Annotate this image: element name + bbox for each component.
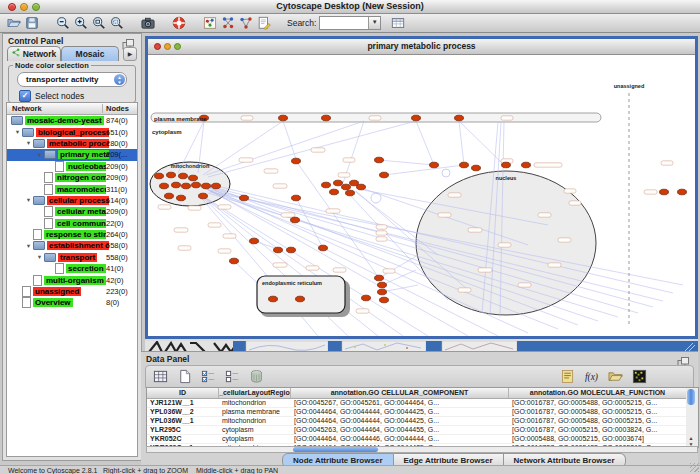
table-row[interactable]: YPL036W__2plasma membrane[GO:0044464, GO… bbox=[147, 408, 687, 417]
scrollbar-thumb[interactable] bbox=[687, 389, 695, 405]
hscrollbar-thumb[interactable] bbox=[293, 447, 378, 452]
expander-icon[interactable]: ▼ bbox=[24, 243, 33, 249]
tree-row[interactable]: response to stimulu264(0) bbox=[7, 229, 137, 240]
network-node[interactable] bbox=[296, 296, 305, 302]
tab-overflow-button[interactable]: ▶ bbox=[123, 47, 137, 61]
network-node[interactable] bbox=[292, 195, 301, 201]
tab-mosaic[interactable]: Mosaic bbox=[61, 46, 119, 61]
open-file-icon[interactable] bbox=[5, 15, 23, 31]
tree-row[interactable]: ▼biological_process651(0) bbox=[7, 126, 137, 137]
tree-row[interactable]: cell communicat22(0) bbox=[7, 218, 137, 229]
select-attributes-icon[interactable] bbox=[197, 368, 219, 386]
background-windows-strip[interactable] bbox=[145, 339, 698, 351]
table-row[interactable]: YPL036W__1mitochondrion[GO:0044464, GO:0… bbox=[147, 417, 687, 426]
table-vertical-scrollbar[interactable]: ▲▼ bbox=[686, 387, 699, 448]
table-row[interactable]: YLR295Ccytoplasm[GO:0045263, GO:0044464,… bbox=[147, 426, 687, 435]
expander-icon[interactable]: ▼ bbox=[35, 152, 44, 158]
network-node[interactable] bbox=[319, 245, 328, 251]
zoom-fit-icon[interactable] bbox=[108, 15, 126, 31]
layout-tree-icon[interactable] bbox=[237, 15, 255, 31]
network-node[interactable] bbox=[362, 295, 371, 301]
zoom-out-icon[interactable] bbox=[54, 15, 72, 31]
expander-icon[interactable]: ▼ bbox=[24, 197, 33, 203]
network-node[interactable] bbox=[155, 173, 164, 179]
function-builder-icon[interactable]: f(x) bbox=[580, 368, 602, 386]
network-node[interactable] bbox=[455, 115, 464, 121]
table-row[interactable]: YKR052Ccytoplasm[GO:0044464, GO:0044446,… bbox=[147, 435, 687, 444]
network-node[interactable] bbox=[292, 158, 301, 164]
network-node[interactable] bbox=[322, 115, 331, 121]
network-node[interactable] bbox=[412, 115, 421, 121]
network-node[interactable] bbox=[212, 183, 221, 189]
annotation-icon[interactable] bbox=[255, 15, 273, 31]
network-node[interactable] bbox=[502, 162, 511, 168]
tree-row[interactable]: nitrogen compo209(0) bbox=[7, 172, 137, 183]
zoom-selected-icon[interactable] bbox=[90, 15, 108, 31]
network-node[interactable] bbox=[430, 162, 439, 168]
network-node[interactable] bbox=[189, 175, 198, 181]
tree-row[interactable]: ▼transport558(0) bbox=[7, 252, 137, 263]
tab-network[interactable]: Network bbox=[7, 46, 61, 61]
network-node[interactable] bbox=[375, 157, 384, 163]
select-nodes-checkbox[interactable]: ✓ bbox=[19, 90, 31, 102]
attribute-table[interactable]: ID_cellularLayoutRegionannotation.GO CEL… bbox=[146, 387, 688, 448]
snapshot-icon[interactable] bbox=[139, 15, 157, 31]
network-node[interactable] bbox=[346, 190, 355, 196]
network-node[interactable] bbox=[678, 189, 687, 195]
network-node[interactable] bbox=[165, 193, 174, 199]
help-icon[interactable] bbox=[170, 15, 188, 31]
network-node[interactable] bbox=[378, 282, 387, 288]
tree-row[interactable]: multi-organism pro42(0) bbox=[7, 274, 137, 285]
network-node[interactable] bbox=[334, 180, 343, 186]
network-node[interactable] bbox=[287, 247, 296, 253]
delete-attribute-icon[interactable] bbox=[245, 368, 267, 386]
network-node[interactable] bbox=[291, 217, 300, 223]
network-node[interactable] bbox=[322, 182, 331, 188]
expander-icon[interactable]: ▼ bbox=[13, 129, 22, 135]
network-node[interactable] bbox=[182, 183, 191, 189]
network-node[interactable] bbox=[240, 195, 249, 201]
network-node[interactable] bbox=[522, 162, 531, 168]
network-canvas[interactable]: plasma membranecytoplasmmitochondrionnuc… bbox=[148, 55, 695, 336]
attribute-browser-icon[interactable] bbox=[389, 15, 407, 31]
network-node[interactable] bbox=[167, 172, 176, 178]
network-node[interactable] bbox=[330, 189, 339, 195]
network-node[interactable] bbox=[279, 115, 288, 121]
save-session-icon[interactable] bbox=[23, 15, 41, 31]
table-column-header[interactable]: annotation.GO CELLULAR_COMPONENT bbox=[291, 388, 509, 398]
network-node[interactable] bbox=[192, 182, 201, 188]
search-dropdown-arrow-icon[interactable]: ▼ bbox=[368, 17, 380, 29]
network-node[interactable] bbox=[269, 296, 278, 302]
resize-grip[interactable] bbox=[690, 463, 699, 472]
node-color-dropdown[interactable]: transporter activity ▲▼ bbox=[17, 72, 127, 87]
network-node[interactable] bbox=[172, 182, 181, 188]
network-node[interactable] bbox=[177, 195, 186, 201]
network-window-titlebar[interactable]: primary metabolic process bbox=[148, 39, 695, 55]
expander-icon[interactable]: ▼ bbox=[35, 254, 44, 260]
tree-row[interactable]: ▼primary metabo209(... bbox=[7, 149, 137, 160]
network-node[interactable] bbox=[230, 258, 239, 264]
layout-graph-icon[interactable] bbox=[219, 15, 237, 31]
search-combobox[interactable]: ▼ bbox=[319, 16, 381, 30]
network-node[interactable] bbox=[660, 189, 669, 195]
tree-row[interactable]: nucleobase-209(0) bbox=[7, 161, 137, 172]
tree-row[interactable]: cellular metabo209(0) bbox=[7, 206, 137, 217]
table-mode-icon[interactable] bbox=[149, 368, 171, 386]
unselect-attributes-icon[interactable] bbox=[221, 368, 243, 386]
network-node[interactable] bbox=[375, 275, 384, 281]
network-node[interactable] bbox=[199, 193, 208, 199]
table-column-header[interactable]: _cellularLayoutRegion bbox=[219, 388, 291, 398]
network-node[interactable] bbox=[160, 183, 169, 189]
zoom-in-icon[interactable] bbox=[72, 15, 90, 31]
network-node[interactable] bbox=[357, 184, 366, 190]
tree-row[interactable]: Overview8(0) bbox=[7, 297, 137, 308]
tree-row[interactable]: secretion41(0) bbox=[7, 263, 137, 274]
table-row[interactable]: YJR121W__1mitochondrion[GO:0045267, GO:0… bbox=[147, 399, 687, 408]
search-input[interactable] bbox=[321, 17, 365, 27]
network-node[interactable] bbox=[250, 238, 259, 244]
data-panel-float-icon[interactable] bbox=[677, 354, 690, 365]
create-attribute-icon[interactable] bbox=[173, 368, 195, 386]
network-node[interactable] bbox=[472, 165, 481, 171]
network-node[interactable] bbox=[460, 162, 469, 168]
table-horizontal-scrollbar[interactable] bbox=[146, 446, 698, 453]
